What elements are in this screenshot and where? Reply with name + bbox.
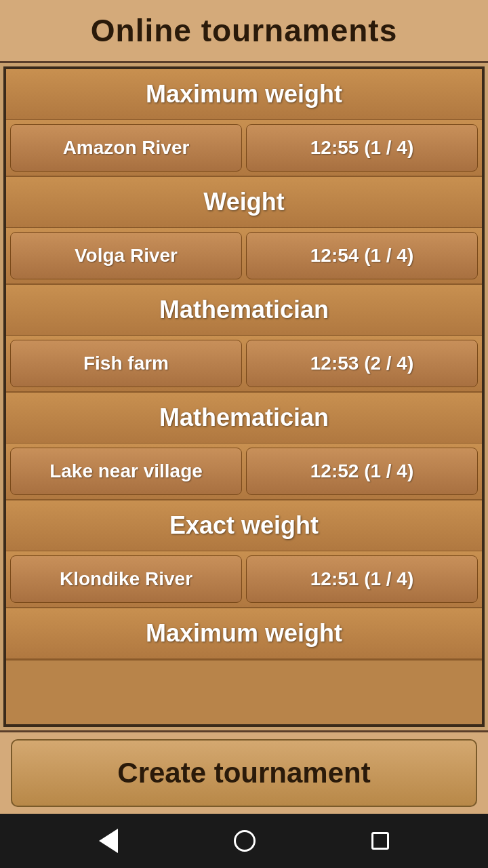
location-label-3: Fish farm — [83, 353, 169, 374]
create-button-label: Create tournament — [117, 757, 370, 789]
tournament-type-6: Maximum weight — [6, 608, 482, 659]
time-label-1: 12:55 (1 / 4) — [310, 137, 414, 159]
time-cell-2[interactable]: 12:54 (1 / 4) — [246, 232, 478, 279]
location-label-2: Volga River — [75, 245, 178, 267]
time-label-5: 12:51 (1 / 4) — [310, 568, 414, 590]
back-icon — [99, 829, 118, 853]
time-label-3: 12:53 (2 / 4) — [310, 353, 414, 374]
tournament-entry-5[interactable]: Exact weight Klondike River 12:51 (1 / 4… — [6, 500, 482, 608]
tournament-type-label-3: Mathematician — [159, 296, 329, 323]
create-tournament-button[interactable]: Create tournament — [11, 739, 477, 807]
tournament-entry-1[interactable]: Maximum weight Amazon River 12:55 (1 / 4… — [6, 69, 482, 177]
tournament-entry-2[interactable]: Weight Volga River 12:54 (1 / 4) — [6, 177, 482, 285]
tournament-entry-4[interactable]: Mathematician Lake near village 12:52 (1… — [6, 393, 482, 500]
tournament-row-4[interactable]: Lake near village 12:52 (1 / 4) — [6, 443, 482, 499]
navigation-bar — [0, 814, 488, 868]
recents-icon — [371, 832, 389, 850]
tournament-list: Maximum weight Amazon River 12:55 (1 / 4… — [3, 66, 485, 727]
tournament-type-4: Mathematician — [6, 393, 482, 443]
tournament-type-5: Exact weight — [6, 500, 482, 551]
tournament-type-1: Maximum weight — [6, 69, 482, 120]
tournament-type-label-5: Exact weight — [169, 511, 319, 539]
tournament-row-3[interactable]: Fish farm 12:53 (2 / 4) — [6, 336, 482, 391]
location-label-1: Amazon River — [63, 137, 190, 159]
time-cell-3[interactable]: 12:53 (2 / 4) — [246, 340, 478, 387]
location-cell-2[interactable]: Volga River — [10, 232, 242, 279]
create-button-container: Create tournament — [0, 730, 488, 814]
tournament-row-1[interactable]: Amazon River 12:55 (1 / 4) — [6, 120, 482, 176]
page-title: Online tournaments — [91, 13, 397, 48]
tournament-row-2[interactable]: Volga River 12:54 (1 / 4) — [6, 228, 482, 283]
tournament-type-label-4: Mathematician — [159, 403, 329, 431]
tournament-type-label-2: Weight — [203, 188, 284, 216]
location-cell-5[interactable]: Klondike River — [10, 555, 242, 603]
tournament-type-2: Weight — [6, 177, 482, 228]
tournament-entry-6[interactable]: Maximum weight — [6, 608, 482, 660]
location-cell-4[interactable]: Lake near village — [10, 448, 242, 495]
tournament-type-3: Mathematician — [6, 285, 482, 336]
time-label-4: 12:52 (1 / 4) — [310, 460, 414, 482]
time-cell-5[interactable]: 12:51 (1 / 4) — [246, 555, 478, 603]
location-cell-3[interactable]: Fish farm — [10, 340, 242, 387]
tournament-entry-3[interactable]: Mathematician Fish farm 12:53 (2 / 4) — [6, 285, 482, 393]
tournament-row-5[interactable]: Klondike River 12:51 (1 / 4) — [6, 551, 482, 607]
location-label-4: Lake near village — [49, 460, 203, 482]
back-button[interactable] — [99, 829, 118, 853]
home-button[interactable] — [234, 830, 256, 852]
tournament-type-label-1: Maximum weight — [146, 80, 342, 108]
location-cell-1[interactable]: Amazon River — [10, 124, 242, 172]
time-label-2: 12:54 (1 / 4) — [310, 245, 414, 267]
app-header: Online tournaments — [0, 0, 488, 63]
time-cell-4[interactable]: 12:52 (1 / 4) — [246, 448, 478, 495]
home-icon — [234, 830, 256, 852]
tournament-type-label-6: Maximum weight — [146, 619, 342, 647]
location-label-5: Klondike River — [60, 568, 192, 590]
recents-button[interactable] — [371, 832, 389, 850]
time-cell-1[interactable]: 12:55 (1 / 4) — [246, 124, 478, 172]
